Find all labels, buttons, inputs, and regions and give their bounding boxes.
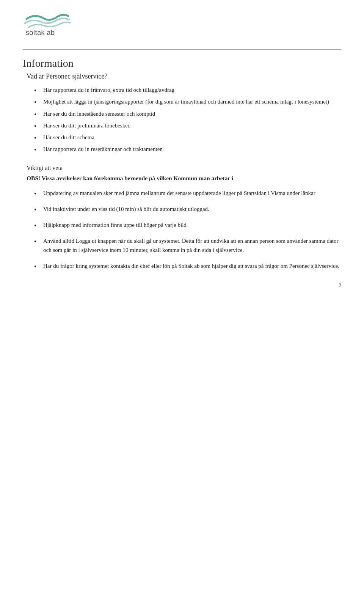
list-item: Möjlighet att lägga in tjänstgöringsrapp…	[34, 97, 341, 106]
page-number: 2	[339, 283, 341, 289]
important-bullet-list: Uppdatering av manualen sker med jämna m…	[27, 189, 341, 270]
content-area: Vad är Personec självservice? Här rappor…	[23, 72, 341, 270]
header: soltak ab	[23, 11, 341, 38]
important-heading: Viktigt att veta	[27, 165, 341, 171]
section1-heading: Vad är Personec självservice?	[27, 72, 341, 80]
header-divider	[23, 49, 341, 50]
list-item: Vid inaktivitet under en viss tid (10 mi…	[34, 204, 341, 214]
list-item: Uppdatering av manualen sker med jämna m…	[34, 189, 341, 198]
svg-text:soltak ab: soltak ab	[26, 29, 55, 36]
list-item: Här rapportera du in frånvaro, extra tid…	[34, 86, 341, 94]
page-title: Information	[23, 57, 341, 69]
logo-svg: soltak ab	[23, 11, 72, 38]
logo-area: soltak ab	[23, 11, 72, 38]
list-item: Har du frågor kring systemet kontakta di…	[34, 261, 341, 270]
list-item: Hjälpknapp med information finns uppe ti…	[34, 220, 341, 230]
list-item: Använd alltid Logga ut knappen när du sk…	[34, 236, 341, 255]
list-item: Här ser du ditt schema	[34, 133, 341, 142]
page-container: soltak ab Information Vad är Personec sj…	[0, 0, 364, 300]
obs-text: Vissa avvikelser kan förekomma beroende …	[40, 175, 233, 181]
obs-label: OBS!	[27, 175, 40, 181]
important-section: Viktigt att veta OBS! Vissa avvikelser k…	[27, 165, 341, 270]
list-item: Här ser du ditt preliminära lönebesked	[34, 121, 341, 130]
list-item: Här ser du din innestående semester och …	[34, 110, 341, 118]
list-item: Här rapportera du in reseräkningar och t…	[34, 145, 341, 154]
obs-line: OBS! Vissa avvikelser kan förekomma bero…	[27, 174, 341, 182]
section1-bullet-list: Här rapportera du in frånvaro, extra tid…	[27, 86, 341, 154]
